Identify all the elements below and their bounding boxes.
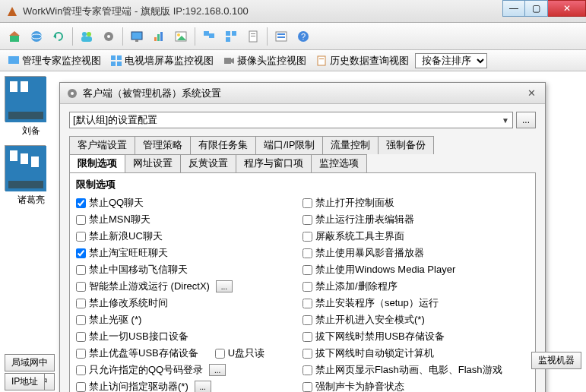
maximize-button[interactable]: ▢ [525, 0, 548, 17]
tab[interactable]: 强制备份 [378, 136, 434, 154]
dialog-titlebar[interactable]: 客户端（被管理机器）系统设置 ✕ [60, 83, 545, 104]
windows-icon[interactable] [199, 27, 219, 46]
monitor-icon[interactable] [127, 27, 147, 46]
option-more-button[interactable]: ... [209, 364, 226, 376]
main-titlebar: WorkWin管理专家管理端 - 旗舰版 IP:192.168.0.100 — … [0, 0, 586, 23]
svg-rect-35 [111, 62, 116, 66]
option-checkbox[interactable] [76, 198, 86, 208]
windows2-icon[interactable] [221, 27, 241, 46]
monitor-machine-button[interactable]: 监视机器 [531, 352, 581, 369]
tab-row-1: 客户端设置管理策略有限任务集端口/IP限制流量控制强制备份 [69, 136, 536, 154]
client-label: 刘备 [5, 125, 58, 138]
option-row: 禁止打开控制面板 [303, 194, 529, 211]
option-more-button[interactable]: ... [216, 280, 233, 292]
option-label: 禁止新浪UC聊天 [89, 229, 163, 243]
sort-dropdown[interactable]: 按备注排序 [415, 53, 487, 68]
tab[interactable]: 端口/IP限制 [255, 136, 323, 154]
option-checkbox[interactable] [76, 215, 86, 225]
dialog-close-icon[interactable]: ✕ [524, 87, 539, 99]
view-camera[interactable]: 摄像头监控视图 [220, 52, 309, 69]
svg-rect-29 [277, 36, 285, 38]
view-monitor[interactable]: 管理专家监控视图 [5, 52, 104, 69]
option-checkbox[interactable] [303, 232, 312, 242]
option-checkbox[interactable] [303, 349, 312, 359]
option-more-button[interactable]: ... [195, 381, 211, 392]
option-checkbox[interactable] [76, 365, 86, 375]
client-thumb[interactable] [5, 76, 46, 122]
svg-marker-38 [231, 58, 234, 64]
tab[interactable]: 网址设置 [125, 154, 181, 172]
view-history[interactable]: 历史数据查询视图 [312, 52, 412, 69]
svg-rect-12 [135, 40, 138, 42]
option-checkbox[interactable] [76, 282, 86, 292]
option-checkbox[interactable] [303, 299, 312, 308]
svg-rect-20 [209, 33, 214, 38]
tab[interactable]: 管理策略 [135, 136, 191, 154]
option-checkbox[interactable] [303, 198, 312, 208]
gear-icon[interactable] [99, 27, 119, 46]
refresh-icon[interactable] [49, 27, 68, 46]
tab[interactable]: 程序与窗口项 [236, 154, 312, 172]
image-icon[interactable] [171, 27, 191, 46]
option-checkbox[interactable] [303, 265, 312, 275]
svg-rect-23 [226, 37, 230, 42]
option-checkbox[interactable] [303, 248, 312, 258]
tab[interactable]: 流量控制 [322, 136, 379, 154]
tab[interactable]: 监控选项 [311, 154, 367, 172]
config-combo[interactable]: [默认组]的设置配置 ▼ [69, 112, 513, 128]
tab[interactable]: 限制选项 [69, 154, 125, 172]
option-checkbox[interactable] [303, 315, 312, 325]
svg-rect-13 [154, 37, 157, 41]
option-row: 禁止MSN聊天 [76, 211, 303, 228]
chart-icon[interactable] [149, 27, 169, 46]
option-label: 只允许指定的QQ号码登录 [89, 363, 203, 377]
svg-rect-33 [111, 55, 116, 60]
option-checkbox[interactable] [303, 332, 312, 342]
option-row: 禁止开机进入安全模式(*) [303, 311, 529, 328]
svg-rect-15 [160, 32, 163, 41]
option-label: 禁止开机进入安全模式(*) [315, 313, 425, 327]
home-icon[interactable] [5, 27, 24, 46]
tab[interactable]: 客户端设置 [69, 136, 135, 154]
view-label: 历史数据查询视图 [330, 54, 409, 68]
help-icon[interactable]: ? [293, 27, 313, 46]
option-checkbox[interactable] [76, 299, 86, 308]
tab[interactable]: 反黄设置 [180, 154, 236, 172]
svg-marker-2 [9, 31, 20, 36]
option-label: 禁止光驱 (*) [89, 313, 141, 327]
svg-rect-49 [31, 156, 39, 167]
option-label: 禁止打开控制面板 [315, 196, 394, 210]
option-checkbox[interactable] [303, 282, 312, 292]
list-icon[interactable] [271, 27, 291, 46]
option-row: 禁止安装程序（setup）运行 [303, 295, 529, 311]
tab[interactable]: 有限任务集 [190, 136, 256, 154]
client-thumb[interactable] [5, 145, 46, 191]
option-checkbox[interactable] [303, 382, 312, 392]
svg-rect-1 [10, 36, 19, 42]
option-checkbox[interactable] [76, 349, 86, 359]
option-checkbox[interactable] [215, 349, 225, 359]
lan-button[interactable]: 局域网中 [5, 354, 55, 371]
tabset: 客户端设置管理策略有限任务集端口/IP限制流量控制强制备份 限制选项网址设置反黄… [69, 136, 536, 392]
svg-rect-32 [8, 56, 19, 64]
document-icon[interactable] [243, 27, 263, 46]
option-row: 拔下网线时禁用USB存储设备 [303, 328, 529, 345]
option-row: 强制声卡为静音状态 [303, 378, 529, 392]
globe-icon[interactable] [27, 27, 46, 46]
option-checkbox[interactable] [76, 382, 86, 392]
view-tvwall[interactable]: 电视墙屏幕监控视图 [107, 52, 217, 69]
option-checkbox[interactable] [303, 215, 312, 225]
ip-button[interactable]: IP地址 [5, 373, 45, 390]
svg-rect-40 [319, 58, 324, 59]
browse-button[interactable]: ... [516, 112, 536, 128]
minimize-button[interactable]: — [502, 0, 525, 17]
option-checkbox[interactable] [76, 265, 86, 275]
close-button[interactable]: ✕ [548, 0, 586, 17]
option-checkbox[interactable] [76, 232, 86, 242]
option-checkbox[interactable] [76, 332, 86, 342]
option-label: 禁止网页显示Flash动画、电影、Flash游戏 [315, 363, 502, 377]
users-icon[interactable] [77, 27, 97, 46]
option-checkbox[interactable] [303, 365, 312, 375]
option-checkbox[interactable] [76, 248, 86, 258]
option-checkbox[interactable] [76, 315, 86, 325]
